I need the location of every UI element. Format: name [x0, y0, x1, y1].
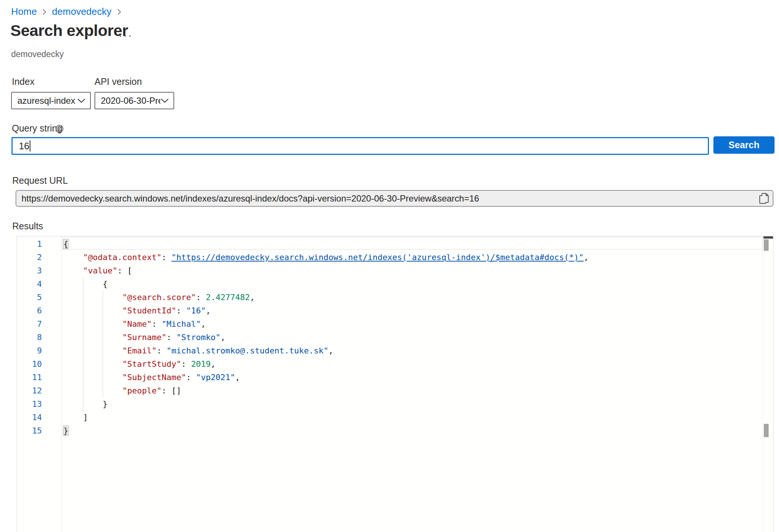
- text-caret: [30, 140, 30, 152]
- line-number: 4: [17, 277, 42, 291]
- line-number: 1: [17, 237, 42, 251]
- code-line: }: [63, 398, 107, 411]
- code-line: "Email": "michal.stromko@.student.tuke.s…: [63, 344, 334, 358]
- chevron-right-icon: [42, 8, 47, 16]
- line-number: 14: [17, 411, 42, 424]
- chevron-down-icon: [77, 98, 86, 103]
- query-string-value: 16: [19, 141, 29, 152]
- code-line: "Name": "Michal",: [63, 317, 206, 331]
- code-line: "@odata.context": "https://demovedecky.s…: [63, 251, 589, 264]
- copy-icon[interactable]: [759, 193, 769, 205]
- results-json-editor[interactable]: 123456789101112131415 { "@odata.context"…: [17, 236, 773, 532]
- line-number: 7: [17, 317, 42, 331]
- page-subtitle: demovedecky: [11, 49, 64, 59]
- request-url-value: https://demovedecky.search.windows.net/i…: [16, 193, 759, 204]
- code-line: "SubjectName": "vp2021",: [63, 371, 240, 384]
- code-line: "value": [: [63, 264, 132, 277]
- line-number: 3: [17, 264, 42, 277]
- scrollbar-thumb[interactable]: [764, 239, 769, 251]
- api-version-dropdown-value: 2020-06-30-Pre...: [95, 96, 160, 106]
- code-line: {: [63, 237, 68, 251]
- query-string-label: Query string: [12, 123, 62, 134]
- code-line: "StudentId": "16",: [63, 304, 211, 317]
- breadcrumb-link-demovedecky[interactable]: demovedecky: [52, 6, 111, 17]
- search-button[interactable]: Search: [713, 136, 775, 154]
- results-label: Results: [12, 221, 43, 232]
- breadcrumb: Home demovedecky: [11, 6, 122, 17]
- line-number: 11: [17, 371, 42, 384]
- index-dropdown[interactable]: azuresql-index: [11, 92, 91, 109]
- api-version-label: API version: [95, 76, 142, 87]
- code-line: "@search.score": 2.4277482,: [63, 291, 255, 304]
- current-line-highlight: [62, 237, 763, 250]
- breadcrumb-link-home[interactable]: Home: [11, 6, 37, 17]
- chevron-down-icon: [160, 98, 169, 103]
- code-line: {: [63, 277, 107, 291]
- index-label: Index: [12, 76, 34, 87]
- line-number: 9: [17, 344, 42, 358]
- line-number: 6: [17, 304, 42, 317]
- request-url-label: Request URL: [12, 175, 68, 186]
- gutter-divider: [62, 236, 62, 532]
- line-number: 13: [17, 398, 42, 411]
- query-string-input[interactable]: 16: [11, 137, 709, 155]
- line-number: 10: [17, 358, 42, 371]
- line-number: 12: [17, 384, 42, 398]
- line-number: 5: [17, 291, 42, 304]
- chevron-right-icon: [117, 8, 122, 16]
- code-line: "StartStudy": 2019,: [63, 358, 216, 371]
- code-line: }: [63, 424, 68, 438]
- line-number: 2: [17, 251, 42, 264]
- page-title: Search explorer: [10, 21, 128, 40]
- code-line: "people": []: [63, 384, 181, 398]
- api-version-dropdown[interactable]: 2020-06-30-Pre...: [95, 92, 174, 109]
- info-icon[interactable]: i: [56, 125, 63, 133]
- scrollbar-thumb[interactable]: [764, 424, 769, 437]
- overview-ruler-cursor-mark: [763, 236, 773, 239]
- index-dropdown-value: azuresql-index: [12, 96, 77, 106]
- code-line: ]: [63, 411, 88, 424]
- line-number: 8: [17, 331, 42, 344]
- code-line: "Surname": "Stromko",: [63, 331, 225, 344]
- line-number: 15: [17, 424, 42, 438]
- more-options-button[interactable]: ···: [119, 30, 133, 41]
- search-explorer-blade: Home demovedecky Search explorer ··· dem…: [0, 0, 779, 532]
- scrollbar-track: [763, 236, 763, 532]
- request-url-field[interactable]: https://demovedecky.search.windows.net/i…: [16, 190, 773, 207]
